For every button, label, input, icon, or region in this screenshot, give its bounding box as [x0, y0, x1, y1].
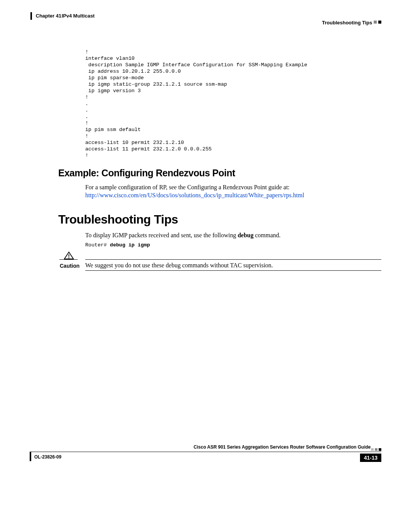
rp-paragraph: For a sample configuration of RP, see th…	[85, 183, 381, 199]
caution-label: Caution	[60, 263, 80, 269]
debug-text-pre: To display IGMP packets received and sen…	[85, 232, 237, 238]
caution-text: We suggest you do not use these debug co…	[85, 262, 273, 269]
rule	[85, 270, 381, 271]
chapter-title: IPv4 Multicast	[62, 13, 95, 19]
heading-example-rp: Example: Configuring Rendezvous Point	[58, 168, 235, 179]
command-line: Router# debug ip igmp	[85, 242, 150, 248]
footer-doc-id: OL-23826-09	[34, 454, 61, 460]
cmd-bold: debug ip igmp	[110, 242, 150, 248]
footer-bar-icon	[30, 452, 31, 461]
rp-text: For a sample configuration of RP, see th…	[85, 184, 290, 190]
chapter-number: Chapter 41	[36, 13, 61, 19]
square-icon	[371, 448, 374, 451]
page-header: Chapter 41 IPv4 Multicast Troubleshootin…	[30, 12, 381, 26]
square-icon	[375, 448, 378, 451]
square-icon	[374, 21, 377, 24]
square-icon	[379, 448, 381, 451]
debug-paragraph: To display IGMP packets received and sen…	[85, 231, 381, 239]
page-number: 41-13	[360, 454, 381, 462]
rule	[85, 259, 381, 260]
page: Chapter 41 IPv4 Multicast Troubleshootin…	[0, 0, 411, 532]
caution-underline	[59, 259, 78, 260]
header-bar-icon	[30, 12, 32, 20]
warning-icon	[64, 251, 74, 260]
debug-bold: debug	[237, 232, 253, 238]
rp-link[interactable]: http://www.cisco.com/en/US/docs/ios/solu…	[85, 192, 304, 198]
cmd-prompt: Router#	[85, 242, 110, 248]
debug-text-post: command.	[253, 232, 280, 238]
footer-guide-title: Cisco ASR 901 Series Aggregation Service…	[194, 444, 371, 450]
header-section: Troubleshooting Tips	[322, 20, 372, 26]
page-footer: Cisco ASR 901 Series Aggregation Service…	[30, 444, 381, 460]
square-icon	[378, 21, 381, 24]
svg-point-2	[68, 257, 70, 259]
footer-rule	[30, 452, 381, 452]
code-block: ! interface vlan10 description Sample IG…	[85, 49, 307, 159]
heading-troubleshooting: Troubleshooting Tips	[58, 212, 178, 227]
